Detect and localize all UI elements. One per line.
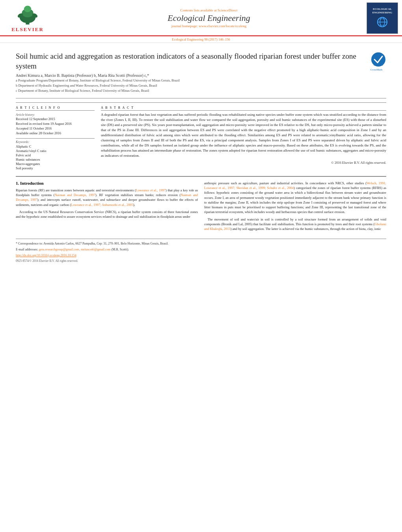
article-history-section: Article history: Received 12 September 2… <box>16 113 95 136</box>
abstract-text: A degraded riparian forest that has lost… <box>101 112 386 158</box>
journal-title-header: Ecological Engineering <box>55 13 363 23</box>
keywords-label: Keywords: <box>16 138 95 144</box>
affiliation-a: a Postgraduate Program/Department of Bot… <box>16 78 363 83</box>
elsevier-logo: ELSEVIER <box>4 4 51 33</box>
email1[interactable]: gera.researchgroup@gmail.com, <box>39 248 80 251</box>
history-label: Article history: <box>16 113 95 117</box>
article-info-heading: A R T I C L E I N F O <box>16 106 95 111</box>
journal-reference: Ecological Engineering 98 (2017) 146–156 <box>0 36 402 43</box>
intro-para-2: According to the US Natural Resources Co… <box>16 209 198 219</box>
email2[interactable]: mritascotti@gmail.com <box>81 248 111 251</box>
keyword-3: Fulvic acid <box>16 153 95 157</box>
ref-gholami[interactable]: Gholami and Khaleqhi, 2013 <box>204 222 386 231</box>
ecological-engineering-logo: ECOLOGICAL ENGINEERING <box>367 2 398 34</box>
abstract-col: A B S T R A C T A degraded riparian fore… <box>101 106 386 171</box>
article-title-section: Soil humic acid and aggregation as resto… <box>16 47 386 98</box>
journal-header: ELSEVIER Contents lists available at Sci… <box>0 0 402 36</box>
affiliation-c: c Department of Botany, Institute of Bio… <box>16 89 363 93</box>
abstract-heading: A B S T R A C T <box>101 106 386 111</box>
crossmark-icon: CrossMark <box>370 52 386 67</box>
authors-text: Andrei Kimura a, Marcio B. Baptista (Pro… <box>16 73 149 78</box>
keywords-section: Keywords: Aliphatic C Aromatic/vinyl C r… <box>16 138 95 170</box>
journal-center-header: Contents lists available at ScienceDirec… <box>51 8 367 28</box>
elsevier-brand-text: ELSEVIER <box>11 26 44 33</box>
right-para-1: anthropic pressure such as agriculture, … <box>204 181 386 215</box>
introduction-heading: 1. Introduction <box>16 181 198 185</box>
keyword-5: Macro-aggregates <box>16 162 95 166</box>
body-content: 1. Introduction Riparian forests (RF) ar… <box>16 176 386 234</box>
article-title: Soil humic acid and aggregation as resto… <box>16 52 363 71</box>
sciencedirect-link-text[interactable]: ScienceDirect <box>218 8 237 12</box>
revised-date: Received in revised form 19 August 2016 <box>16 122 95 126</box>
ref-lowrance-anbumozhi[interactable]: Lowrance et al., 1997; Anbumozhi et al.,… <box>71 203 133 207</box>
intro-para-1: Riparian forests (RF) are transition zon… <box>16 188 198 207</box>
ref-lowrance-1997[interactable]: Lowrance et al., 1997 <box>136 188 166 192</box>
article-info-col: A R T I C L E I N F O Article history: R… <box>16 106 95 171</box>
copyright-notice: © 2016 Elsevier B.V. All rights reserved… <box>101 161 386 165</box>
ref-naiman-decamps-2[interactable]: Naiman and Decamps, 1997 <box>16 193 198 202</box>
right-body-text: anthropic pressure such as agriculture, … <box>204 181 386 232</box>
article-info-abstract-cols: A R T I C L E I N F O Article history: R… <box>16 102 386 171</box>
svg-text:CrossMark: CrossMark <box>374 64 383 66</box>
main-content: Soil humic acid and aggregation as resto… <box>0 43 402 267</box>
email2-label: (M.R. Scotti). <box>112 248 129 251</box>
email-label: E-mail addresses: <box>16 248 38 251</box>
doi-link[interactable]: http://dx.doi.org/10.1016/j.ecoleng.2016… <box>16 253 386 258</box>
email-note: E-mail addresses: gera.researchgroup@gma… <box>16 247 386 252</box>
keyword-6: Soil porosity <box>16 166 95 170</box>
svg-point-3 <box>24 6 31 12</box>
body-left-col: 1. Introduction Riparian forests (RF) ar… <box>16 181 198 234</box>
keyword-4: Humic substances <box>16 158 95 161</box>
journal-homepage: journal homepage: www.elsevier.com/locat… <box>55 24 363 28</box>
accepted-date: Accepted 11 October 2016 <box>16 126 95 131</box>
footer-section: * Correspondence to: Avenida Antonio Car… <box>16 239 386 263</box>
correspondence-note: * Correspondence to: Avenida Antonio Car… <box>16 241 386 246</box>
keyword-1: Aliphatic C <box>16 145 95 148</box>
introduction-body: Riparian forests (RF) are transition zon… <box>16 188 198 219</box>
available-date: Available online 28 October 2016 <box>16 131 95 136</box>
right-para-2: The movement of soil and water/air in so… <box>204 217 386 232</box>
ref-welsch-lowrance[interactable]: Welsch, 1991; Lowrance et al., 1997; She… <box>204 181 386 190</box>
sciencedirect-label: Contents lists available at ScienceDirec… <box>55 8 363 12</box>
affiliations: a Postgraduate Program/Department of Bot… <box>16 78 363 93</box>
ref-naiman-decamps[interactable]: Naiman and Decamps, 1997 <box>55 193 95 197</box>
authors-line: Andrei Kimura a, Marcio B. Baptista (Pro… <box>16 73 363 78</box>
body-right-col: anthropic pressure such as agriculture, … <box>204 181 386 234</box>
homepage-url[interactable]: www.elsevier.com/locate/ecoleng <box>199 24 246 28</box>
affiliation-b: b Department of Hydraulic Engineering an… <box>16 83 363 88</box>
elsevier-tree-icon <box>12 4 43 26</box>
received-date: Received 12 September 2015 <box>16 117 95 122</box>
keyword-2: Aromatic/vinyl C ratio <box>16 149 95 153</box>
issn-notice: 0925-8574/© 2016 Elsevier B.V. All right… <box>16 259 386 263</box>
